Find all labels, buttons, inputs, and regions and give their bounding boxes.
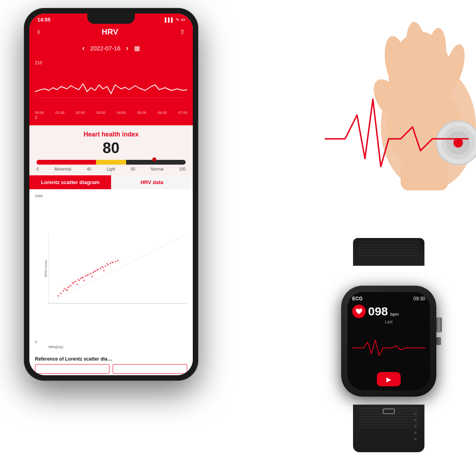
battery-icon: ▭ xyxy=(181,17,185,22)
chart-y-bottom: 0 xyxy=(35,115,187,120)
date-bar: ‹ 2022-07-16 › ▦ xyxy=(29,42,193,58)
svg-point-38 xyxy=(100,268,101,269)
watch-ecg-line xyxy=(352,326,425,370)
watch-crown[interactable] xyxy=(436,317,442,332)
tabs-row: Lorentz scatter diagram HRV data xyxy=(29,175,193,189)
reference-boxes xyxy=(35,364,187,374)
svg-point-21 xyxy=(67,287,69,288)
play-icon: ▶ xyxy=(386,376,391,383)
svg-point-48 xyxy=(72,282,73,283)
phone: 14:55 ▌▌▌ ∿ ▭ ‹ HRV ⇧ ‹ 2022-07-16 › ▦ xyxy=(24,8,198,381)
prev-date-button[interactable]: ‹ xyxy=(82,44,84,52)
svg-point-45 xyxy=(115,261,116,263)
hand-background xyxy=(198,0,476,246)
svg-point-32 xyxy=(87,274,89,275)
svg-point-41 xyxy=(105,265,106,267)
reference-section: Reference of Lorentz scatter dia… xyxy=(29,353,193,375)
svg-point-57 xyxy=(111,261,113,263)
health-title: Heart health index xyxy=(36,131,186,138)
wifi-icon: ∿ xyxy=(176,17,179,22)
svg-point-52 xyxy=(102,266,103,267)
watch-bpm: 098 xyxy=(368,305,388,318)
heart-health-section: Heart health index 80 0 Abnor xyxy=(29,125,193,175)
svg-point-49 xyxy=(78,279,79,280)
watch-band-top xyxy=(353,238,424,266)
svg-point-46 xyxy=(117,260,119,261)
watch-buckle xyxy=(383,409,395,414)
scatter-y-label: RRN+1(ms) xyxy=(44,260,48,277)
gauge-labels: 0 Abnormal 40 Light 60 Normal 100 xyxy=(36,167,186,171)
gauge-light xyxy=(96,160,126,165)
health-value: 80 xyxy=(36,140,186,157)
ref-box-2 xyxy=(113,364,187,374)
svg-point-34 xyxy=(91,276,93,277)
phone-notch xyxy=(87,13,135,24)
tab-lorentz[interactable]: Lorentz scatter diagram xyxy=(29,175,111,189)
watch-ecg-label: ECG xyxy=(352,296,363,301)
svg-point-50 xyxy=(86,275,88,276)
svg-rect-8 xyxy=(401,159,448,190)
scatter-section: 2000 0 RRN+1(ms) xyxy=(29,189,193,353)
watch-side-button[interactable] xyxy=(436,337,441,345)
current-date: 2022-07-16 xyxy=(90,45,121,52)
svg-point-28 xyxy=(80,278,81,279)
status-time: 14:55 xyxy=(37,17,50,23)
watch-heart-row: 098 bpm xyxy=(352,305,425,318)
svg-point-23 xyxy=(70,285,71,286)
svg-point-33 xyxy=(90,273,91,274)
health-gauge xyxy=(36,160,186,165)
svg-point-27 xyxy=(79,280,80,281)
svg-point-35 xyxy=(92,272,94,273)
chart-x-labels: 00:0001:0002:0003:00 04:0005:0006:0007:0… xyxy=(35,111,187,115)
ref-box-1 xyxy=(35,364,109,374)
watch-band-bottom xyxy=(353,405,424,452)
gauge-abnormal xyxy=(36,160,96,165)
svg-point-58 xyxy=(74,281,75,282)
share-button[interactable]: ⇧ xyxy=(180,28,185,36)
watch-bpm-unit: bpm xyxy=(390,312,399,317)
watch-last-label: Last xyxy=(352,320,425,324)
svg-point-25 xyxy=(75,281,77,282)
svg-point-40 xyxy=(103,270,105,271)
phone-screen: 14:55 ▌▌▌ ∿ ▭ ‹ HRV ⇧ ‹ 2022-07-16 › ▦ xyxy=(29,13,193,375)
scatter-plot: RRN+1(ms) xyxy=(48,193,187,344)
watch-play-button[interactable]: ▶ xyxy=(377,372,401,386)
watch-time: 09:30 xyxy=(413,296,425,301)
svg-point-47 xyxy=(64,288,65,289)
chart-y-top: 210 xyxy=(35,60,187,65)
svg-point-53 xyxy=(106,263,107,264)
svg-point-18 xyxy=(60,293,61,294)
svg-point-22 xyxy=(67,290,68,291)
svg-point-39 xyxy=(102,267,104,269)
svg-point-43 xyxy=(109,263,111,265)
svg-point-24 xyxy=(73,283,74,284)
app-header: ‹ HRV ⇧ xyxy=(29,24,193,42)
smartwatch: ECG 09:30 098 bpm Last xyxy=(313,238,464,468)
svg-point-42 xyxy=(107,264,109,265)
watch-band-holes xyxy=(414,413,416,440)
status-icons: ▌▌▌ ∿ ▭ xyxy=(165,17,185,22)
watch-case: ECG 09:30 098 bpm Last xyxy=(341,286,436,397)
svg-point-36 xyxy=(95,270,96,272)
hrv-chart: 210 00:0001:0002:0003:00 04:0005:0006:00… xyxy=(29,58,193,125)
svg-point-55 xyxy=(82,277,83,278)
watch-body: ECG 09:30 098 bpm Last xyxy=(337,286,440,405)
svg-point-54 xyxy=(69,286,70,287)
next-date-button[interactable]: › xyxy=(126,44,129,52)
band-texture-top xyxy=(353,238,424,259)
tab-hrv-data[interactable]: HRV data xyxy=(111,175,193,189)
back-button[interactable]: ‹ xyxy=(37,27,40,37)
svg-point-17 xyxy=(58,295,59,297)
reference-title: Reference of Lorentz scatter dia… xyxy=(35,356,187,362)
scatter-x-labels: RRN(ms) xyxy=(35,345,187,349)
watch-status-row: ECG 09:30 xyxy=(352,296,425,301)
signal-icon: ▌▌▌ xyxy=(165,17,174,22)
svg-point-30 xyxy=(83,280,85,281)
x-axis-label: RRN(ms) xyxy=(48,345,63,349)
watch-screen: ECG 09:30 098 bpm Last xyxy=(347,292,430,390)
svg-point-31 xyxy=(85,275,86,277)
svg-line-16 xyxy=(48,234,187,303)
svg-point-56 xyxy=(96,269,98,271)
svg-point-12 xyxy=(453,138,463,148)
calendar-button[interactable]: ▦ xyxy=(134,44,140,52)
